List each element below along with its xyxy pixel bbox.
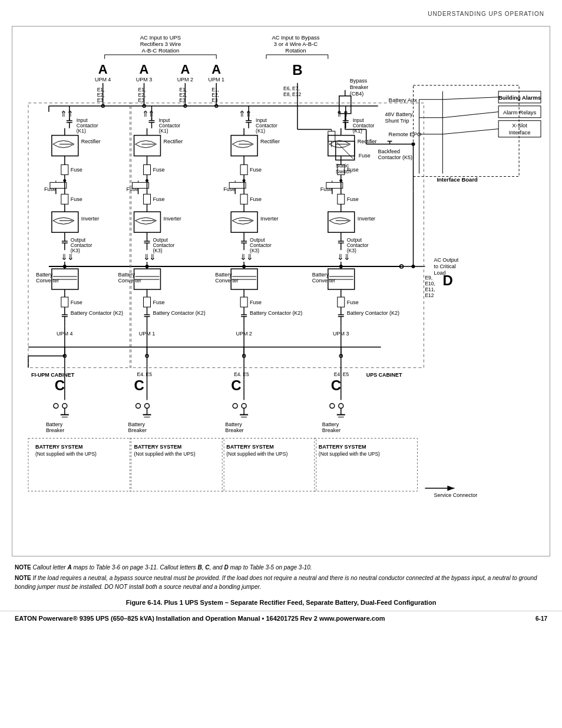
- svg-point-295: [145, 404, 150, 409]
- remote-epo-label: Remote EPO: [389, 131, 422, 137]
- ac-input-upm-label: AC Input to UPS: [140, 34, 181, 41]
- svg-text:(K1): (K1): [158, 128, 168, 134]
- backfeed-label: Backfeed: [378, 149, 400, 154]
- bypass-b-label: B: [292, 62, 302, 78]
- svg-line-47: [442, 129, 498, 134]
- bc-k2-upm4: Battery Contactor (K2): [71, 310, 123, 316]
- alarm-relays-label: Alarm Relays: [503, 109, 537, 116]
- svg-text:Shunt Trip: Shunt Trip: [385, 118, 409, 124]
- svg-line-39: [442, 97, 498, 100]
- footer-website: www.powerware.com: [319, 615, 385, 622]
- x-slot-label: X-Slot: [512, 122, 527, 129]
- svg-text:Breaker: Breaker: [350, 84, 368, 90]
- svg-text:(K1): (K1): [353, 128, 362, 134]
- battery-system-4: BATTERY SYSTEM: [319, 444, 366, 450]
- note-2: NOTE If the load requires a neutral, a b…: [15, 574, 547, 591]
- svg-rect-187: [240, 164, 247, 174]
- upm3-a-label: A: [140, 62, 149, 77]
- svg-point-274: [339, 265, 343, 268]
- svg-text:Fuse: Fuse: [359, 153, 371, 159]
- svg-text:Converter: Converter: [312, 278, 335, 284]
- svg-point-150: [146, 179, 148, 182]
- svg-text:Interface: Interface: [509, 129, 531, 136]
- svg-text:Fuse: Fuse: [153, 299, 164, 305]
- svg-text:Breaker: Breaker: [322, 427, 340, 433]
- svg-text:⇓: ⇓: [246, 252, 253, 262]
- diagram-svg: AC Input to UPS Rectifiers 3 Wire A-B-C …: [12, 27, 550, 556]
- svg-text:Fuse: Fuse: [44, 186, 56, 192]
- svg-text:Fuse: Fuse: [250, 299, 262, 305]
- svg-point-307: [339, 404, 343, 409]
- svg-text:Fuse: Fuse: [250, 196, 262, 202]
- svg-text:(K1): (K1): [77, 128, 86, 134]
- svg-text:UPM 2: UPM 2: [177, 77, 193, 83]
- svg-text:E3: E3: [179, 97, 186, 103]
- battery-breaker-upm3: Battery: [322, 421, 339, 427]
- svg-text:Fuse: Fuse: [71, 196, 82, 202]
- bc-k2-upm2: Battery Contactor (K2): [250, 310, 302, 316]
- battery-breaker-upm1: Battery: [128, 421, 146, 427]
- svg-rect-167: [144, 297, 151, 307]
- svg-point-272: [146, 265, 149, 268]
- d-callout: D: [442, 272, 452, 288]
- e4e5-upm1: E4. E5: [137, 371, 153, 377]
- svg-text:UPM 4: UPM 4: [95, 77, 111, 83]
- c-callout-1: C: [55, 377, 65, 393]
- svg-text:E3: E3: [138, 97, 145, 103]
- svg-text:Converter: Converter: [36, 278, 59, 284]
- svg-text:UPM 3: UPM 3: [136, 77, 152, 83]
- svg-text:(CB4): (CB4): [350, 91, 363, 97]
- svg-point-294: [136, 404, 141, 409]
- inverter-upm1: Inverter: [163, 216, 181, 222]
- fi-upm-cabinet-label: FI-UPM CABINET: [31, 372, 75, 378]
- battery-converter-upm4: Battery: [36, 272, 53, 278]
- svg-rect-282: [28, 103, 131, 368]
- svg-text:Breaker: Breaker: [46, 427, 64, 433]
- svg-text:Rotation: Rotation: [285, 47, 306, 54]
- e4e5-upm2: E4. E5: [234, 371, 249, 377]
- svg-text:E12: E12: [425, 292, 434, 298]
- svg-text:(Not supplied with the UPS): (Not supplied with the UPS): [35, 451, 97, 457]
- svg-point-322: [412, 265, 415, 268]
- svg-text:Contactor (K5): Contactor (K5): [378, 154, 412, 160]
- ac-output-label: AC Output: [434, 257, 458, 263]
- svg-text:Fuse: Fuse: [71, 167, 82, 173]
- battery-aux-label: Battery Aux: [389, 97, 418, 103]
- ups-cabinet-label: UPS CABINET: [366, 372, 402, 378]
- svg-point-271: [63, 265, 67, 268]
- battery-system-1: BATTERY SYSTEM: [35, 444, 83, 450]
- figure-caption: Figure 6-14. Plus 1 UPS System – Separat…: [0, 595, 562, 608]
- service-connector-label: Service Connector: [434, 492, 477, 498]
- bc-k2-upm3: Battery Contactor (K2): [347, 310, 399, 316]
- svg-text:A-B-C Rotation: A-B-C Rotation: [142, 47, 180, 54]
- svg-text:⇓: ⇓: [67, 252, 74, 262]
- c-callout-4: C: [331, 377, 341, 393]
- building-alarms-label: Building Alarms: [498, 94, 541, 101]
- svg-text:E10,: E10,: [425, 281, 435, 286]
- upm2-a-label: A: [180, 62, 190, 77]
- footer-product: Powerware® 9395 UPS (650–825 kVA) Instal…: [39, 615, 318, 622]
- svg-line-56: [337, 143, 353, 159]
- svg-text:(Not supplied with the UPS): (Not supplied with the UPS): [134, 451, 196, 457]
- svg-rect-59: [328, 131, 335, 141]
- svg-text:⇑: ⇑: [67, 109, 74, 118]
- svg-text:Fuse: Fuse: [347, 196, 359, 202]
- svg-point-246: [339, 179, 342, 182]
- svg-point-102: [63, 179, 66, 182]
- rectifier-upm3: Rectifier: [358, 139, 377, 144]
- battery-converter-upm2: Battery: [215, 272, 232, 278]
- ac-input-bypass-label: AC Input to Bypass: [272, 34, 319, 41]
- inverter-upm3: Inverter: [358, 216, 375, 222]
- svg-text:Fuse: Fuse: [250, 167, 262, 173]
- diagram-container: AC Input to UPS Rectifiers 3 Wire A-B-C …: [12, 26, 550, 556]
- upm4-a-label: A: [98, 62, 108, 77]
- svg-text:3 or 4 Wire A-B-C: 3 or 4 Wire A-B-C: [274, 41, 318, 47]
- svg-text:E3: E3: [211, 97, 218, 103]
- svg-text:(Not supplied with the UPS): (Not supplied with the UPS): [319, 451, 380, 457]
- svg-text:(Not supplied with the UPS): (Not supplied with the UPS): [226, 451, 287, 457]
- footer-brand: EATON Powerware® 9395 UPS (650–825 kVA) …: [15, 615, 385, 622]
- inverter-upm4: Inverter: [81, 216, 99, 222]
- svg-rect-263: [338, 297, 345, 307]
- svg-text:Fuse: Fuse: [71, 299, 82, 305]
- header-title: UNDERSTANDING UPS OPERATION: [428, 11, 544, 17]
